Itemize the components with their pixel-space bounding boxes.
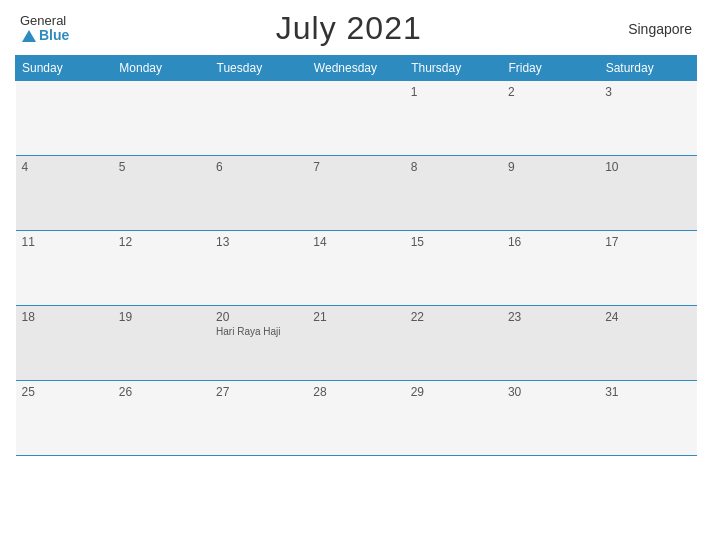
calendar-cell: 10	[599, 156, 696, 231]
weekday-header-row: Sunday Monday Tuesday Wednesday Thursday…	[16, 56, 697, 81]
day-number: 21	[313, 310, 398, 324]
calendar-week-row: 123	[16, 81, 697, 156]
header-saturday: Saturday	[599, 56, 696, 81]
day-number: 14	[313, 235, 398, 249]
calendar-cell: 24	[599, 306, 696, 381]
calendar-week-row: 181920Hari Raya Haji21222324	[16, 306, 697, 381]
header-tuesday: Tuesday	[210, 56, 307, 81]
calendar-cell: 21	[307, 306, 404, 381]
day-number: 31	[605, 385, 690, 399]
logo: General Blue	[20, 14, 69, 44]
day-number: 4	[22, 160, 107, 174]
day-number: 15	[411, 235, 496, 249]
calendar-cell: 30	[502, 381, 599, 456]
calendar-cell: 19	[113, 306, 210, 381]
header-monday: Monday	[113, 56, 210, 81]
day-number: 18	[22, 310, 107, 324]
logo-blue-text: Blue	[39, 28, 69, 43]
logo-general-text: General	[20, 14, 66, 28]
header-sunday: Sunday	[16, 56, 113, 81]
calendar-cell: 25	[16, 381, 113, 456]
day-number: 9	[508, 160, 593, 174]
calendar-week-row: 25262728293031	[16, 381, 697, 456]
day-number: 5	[119, 160, 204, 174]
day-number: 6	[216, 160, 301, 174]
header-wednesday: Wednesday	[307, 56, 404, 81]
day-number: 28	[313, 385, 398, 399]
calendar-cell: 22	[405, 306, 502, 381]
calendar-cell: 8	[405, 156, 502, 231]
calendar-cell	[307, 81, 404, 156]
calendar-cell	[113, 81, 210, 156]
calendar-cell: 7	[307, 156, 404, 231]
calendar-cell: 13	[210, 231, 307, 306]
day-number: 3	[605, 85, 690, 99]
header-thursday: Thursday	[405, 56, 502, 81]
calendar-cell: 11	[16, 231, 113, 306]
day-number: 24	[605, 310, 690, 324]
calendar-cell: 1	[405, 81, 502, 156]
calendar-cell: 2	[502, 81, 599, 156]
calendar-cell	[16, 81, 113, 156]
calendar-cell: 23	[502, 306, 599, 381]
calendar-cell: 20Hari Raya Haji	[210, 306, 307, 381]
day-number: 29	[411, 385, 496, 399]
day-number: 16	[508, 235, 593, 249]
day-number: 13	[216, 235, 301, 249]
day-number: 1	[411, 85, 496, 99]
calendar-header: General Blue July 2021 Singapore	[15, 10, 697, 47]
country-label: Singapore	[628, 21, 692, 37]
calendar-cell	[210, 81, 307, 156]
calendar-container: General Blue July 2021 Singapore Sunday …	[0, 0, 712, 550]
calendar-cell: 29	[405, 381, 502, 456]
holiday-name: Hari Raya Haji	[216, 326, 301, 337]
day-number: 26	[119, 385, 204, 399]
day-number: 17	[605, 235, 690, 249]
calendar-table: Sunday Monday Tuesday Wednesday Thursday…	[15, 55, 697, 456]
header-friday: Friday	[502, 56, 599, 81]
day-number: 23	[508, 310, 593, 324]
day-number: 7	[313, 160, 398, 174]
calendar-cell: 9	[502, 156, 599, 231]
day-number: 27	[216, 385, 301, 399]
month-title: July 2021	[276, 10, 422, 47]
day-number: 25	[22, 385, 107, 399]
calendar-cell: 15	[405, 231, 502, 306]
calendar-cell: 27	[210, 381, 307, 456]
calendar-cell: 4	[16, 156, 113, 231]
calendar-week-row: 11121314151617	[16, 231, 697, 306]
day-number: 22	[411, 310, 496, 324]
calendar-cell: 12	[113, 231, 210, 306]
calendar-cell: 18	[16, 306, 113, 381]
day-number: 2	[508, 85, 593, 99]
day-number: 12	[119, 235, 204, 249]
day-number: 8	[411, 160, 496, 174]
calendar-cell: 17	[599, 231, 696, 306]
calendar-cell: 14	[307, 231, 404, 306]
day-number: 30	[508, 385, 593, 399]
calendar-cell: 16	[502, 231, 599, 306]
calendar-cell: 28	[307, 381, 404, 456]
logo-triangle-icon	[22, 30, 36, 42]
calendar-cell: 3	[599, 81, 696, 156]
calendar-cell: 6	[210, 156, 307, 231]
day-number: 20	[216, 310, 301, 324]
calendar-cell: 5	[113, 156, 210, 231]
calendar-cell: 26	[113, 381, 210, 456]
calendar-cell: 31	[599, 381, 696, 456]
day-number: 11	[22, 235, 107, 249]
day-number: 10	[605, 160, 690, 174]
calendar-week-row: 45678910	[16, 156, 697, 231]
day-number: 19	[119, 310, 204, 324]
logo-blue-row: Blue	[20, 28, 69, 43]
